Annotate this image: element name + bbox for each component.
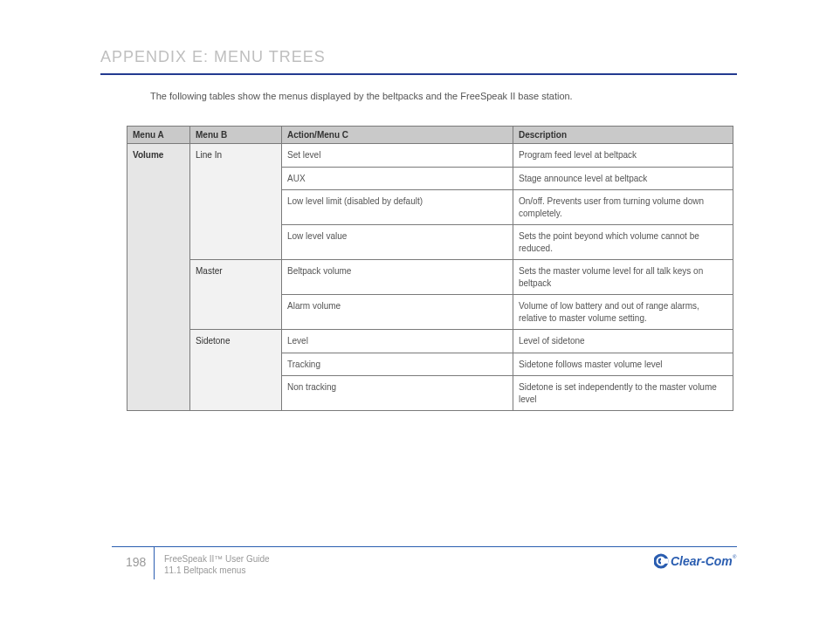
cell-description: Program feed level at beltpack: [513, 144, 733, 168]
cell-action: Beltpack volume: [282, 260, 513, 295]
cell-description: Sidetone follows master volume level: [513, 353, 733, 376]
cell-action: Tracking: [282, 353, 513, 376]
col-header-menu-a: Menu A: [127, 127, 190, 144]
cell-action: Set level: [282, 144, 513, 168]
page-footer: 198 FreeSpeak II™ User Guide 11.1 Beltpa…: [112, 550, 737, 585]
cell-menu-b: Master: [190, 260, 282, 330]
cell-description: Level of sidetone: [513, 330, 733, 353]
cell-description: Stage announce level at beltpack: [513, 167, 733, 190]
brand-logo: Clear-Com ®: [654, 550, 737, 574]
footer-divider: [154, 546, 155, 579]
footer-rule: [112, 546, 737, 547]
svg-rect-1: [664, 558, 669, 564]
footer-section-title: 11.1 Beltpack menus: [164, 565, 270, 576]
cell-description: Sets the master volume level for all tal…: [513, 260, 733, 295]
cell-action: Non tracking: [282, 376, 513, 411]
cell-action: Low level value: [282, 225, 513, 260]
cell-description: On/off. Prevents user from turning volum…: [513, 190, 733, 225]
brand-name-text: Clear-Com: [671, 554, 733, 568]
table-row: MasterBeltpack volumeSets the master vol…: [127, 260, 733, 295]
cell-description: Volume of low battery and out of range a…: [513, 295, 733, 330]
cell-action: AUX: [282, 167, 513, 190]
cell-menu-a: Volume: [127, 144, 190, 411]
clearcom-logo-icon: Clear-Com ®: [654, 550, 737, 572]
col-header-action: Action/Menu C: [282, 127, 513, 144]
cell-description: Sidetone is set independently to the mas…: [513, 376, 733, 411]
cell-action: Alarm volume: [282, 295, 513, 330]
cell-menu-b: Line In: [190, 144, 282, 260]
menu-tree-table: Menu A Menu B Action/Menu C Description …: [127, 126, 733, 411]
table-row: VolumeLine InSet levelProgram feed level…: [127, 144, 733, 168]
cell-menu-b: Sidetone: [190, 330, 282, 411]
col-header-description: Description: [513, 127, 733, 144]
brand-registered: ®: [733, 554, 737, 559]
horizontal-rule: [100, 73, 737, 75]
page-number: 198: [126, 555, 146, 569]
menu-tree-table-wrapper: Menu A Menu B Action/Menu C Description …: [127, 126, 733, 411]
cell-action: Low level limit (disabled by default): [282, 190, 513, 225]
svg-text:Clear-Com: Clear-Com: [671, 554, 733, 568]
col-header-menu-b: Menu B: [190, 127, 282, 144]
page-title: APPENDIX E: MENU TREES: [100, 48, 737, 66]
table-row: SidetoneLevelLevel of sidetone: [127, 330, 733, 353]
cell-action: Level: [282, 330, 513, 353]
footer-guide-title: FreeSpeak II™ User Guide: [164, 553, 270, 565]
cell-description: Sets the point beyond which volume canno…: [513, 225, 733, 260]
intro-paragraph: The following tables show the menus disp…: [150, 89, 728, 104]
